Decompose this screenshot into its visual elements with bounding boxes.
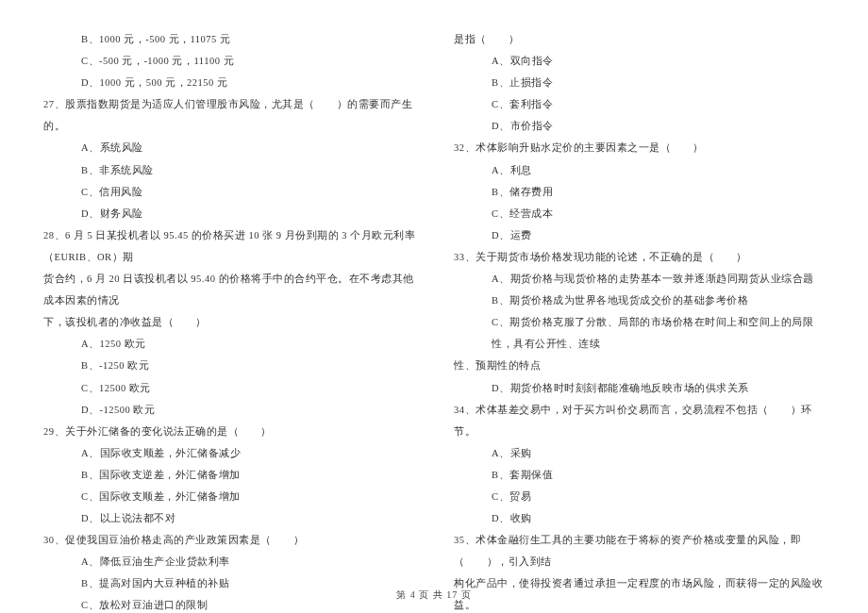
q28-stem-line2: 货合约，6 月 20 日该投机者以 95.40 的价格将手中的合约平仓。在不考虑… <box>38 268 420 311</box>
left-column: B、1000 元，-500 元，11075 元 C、-500 元，-1000 元… <box>38 28 420 547</box>
q33-option-a: A、期货价格与现货价格的走势基本一致并逐渐趋同期货从业综合题 <box>448 268 830 290</box>
q29-option-d: D、以上说法都不对 <box>38 507 420 529</box>
q33-option-c-line2: 性、预期性的特点 <box>448 355 830 376</box>
q30-stem: 30、促使我国豆油价格走高的产业政策因素是（ ） <box>38 529 420 551</box>
q28-option-a: A、1250 欧元 <box>38 333 420 355</box>
q27-option-b: B、非系统风险 <box>38 159 420 181</box>
q34-option-d: D、收购 <box>448 507 830 529</box>
q31-option-a: A、双向指令 <box>448 50 830 72</box>
q34-option-b: B、套期保值 <box>448 464 830 486</box>
q27-option-c: C、信用风险 <box>38 181 420 203</box>
q28-option-c: C、12500 欧元 <box>38 377 420 399</box>
q30-option-a: A、降低豆油生产企业贷款利率 <box>38 551 420 572</box>
q28-option-b: B、-1250 欧元 <box>38 355 420 376</box>
q28-stem-line1: 28、6 月 5 日某投机者以 95.45 的价格买进 10 张 9 月份到期的… <box>38 224 420 268</box>
right-column: 是指（ ） A、双向指令 B、止损指令 C、套利指令 D、市价指令 32、术体影… <box>448 28 830 547</box>
q31-option-d: D、市价指令 <box>448 115 830 137</box>
page-footer: 第 4 页 共 17 页 <box>0 588 868 602</box>
q32-stem: 32、术体影响升贴水定价的主要因素之一是（ ） <box>448 137 830 158</box>
q26-option-c: C、-500 元，-1000 元，11100 元 <box>38 50 420 72</box>
q29-option-b: B、国际收支逆差，外汇储备增加 <box>38 464 420 486</box>
q35-stem-line1: 35、术体金融衍生工具的主要功能在于将标的资产价格或变量的风险，即（ ），引入到… <box>448 529 830 572</box>
q31-stem-cont: 是指（ ） <box>448 28 830 50</box>
q29-option-a: A、国际收支顺差，外汇储备减少 <box>38 442 420 464</box>
q34-option-c: C、贸易 <box>448 486 830 507</box>
q33-option-d: D、期货价格时时刻刻都能准确地反映市场的供求关系 <box>448 377 830 399</box>
q33-option-b: B、期货价格成为世界各地现货成交价的基础参考价格 <box>448 290 830 311</box>
q28-option-d: D、-12500 欧元 <box>38 399 420 421</box>
q33-stem: 33、关于期货市场价格发现功能的论述，不正确的是（ ） <box>448 246 830 268</box>
q34-stem: 34、术体基差交易中，对于买方叫价交易而言，交易流程不包括（ ）环节。 <box>448 399 830 442</box>
q31-option-b: B、止损指令 <box>448 72 830 93</box>
q32-option-a: A、利息 <box>448 159 830 181</box>
q27-stem: 27、股票指数期货是为适应人们管理股市风险，尤其是（ ）的需要而产生的。 <box>38 93 420 137</box>
q29-stem: 29、关于外汇储备的变化说法正确的是（ ） <box>38 421 420 442</box>
q34-option-a: A、采购 <box>448 442 830 464</box>
page-container: B、1000 元，-500 元，11075 元 C、-500 元，-1000 元… <box>0 0 868 585</box>
q26-option-b: B、1000 元，-500 元，11075 元 <box>38 28 420 50</box>
q32-option-b: B、储存费用 <box>448 181 830 203</box>
q26-option-d: D、1000 元，500 元，22150 元 <box>38 72 420 93</box>
q33-option-c-line1: C、期货价格克服了分散、局部的市场价格在时间上和空间上的局限性，具有公开性、连续 <box>448 311 830 355</box>
q27-option-a: A、系统风险 <box>38 137 420 158</box>
q31-option-c: C、套利指令 <box>448 93 830 115</box>
q32-option-c: C、经营成本 <box>448 203 830 224</box>
q29-option-c: C、国际收支顺差，外汇储备增加 <box>38 486 420 507</box>
q28-stem-line3: 下，该投机者的净收益是（ ） <box>38 311 420 333</box>
q32-option-d: D、运费 <box>448 224 830 246</box>
q27-option-d: D、财务风险 <box>38 203 420 224</box>
